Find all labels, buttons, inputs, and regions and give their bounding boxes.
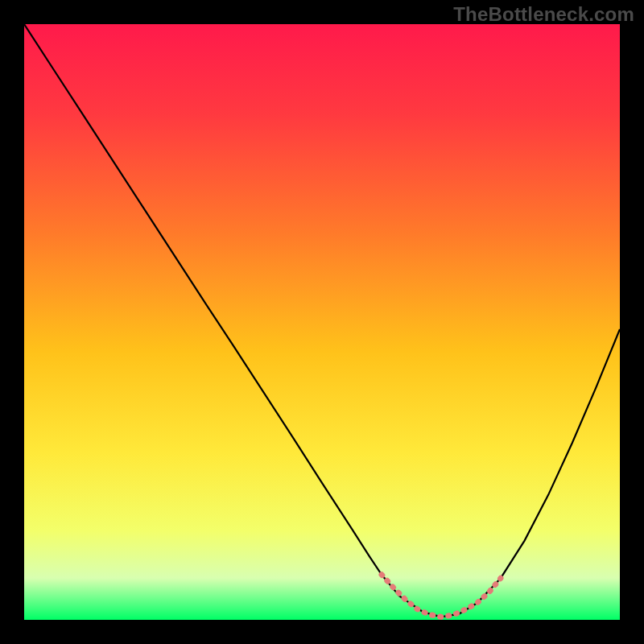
watermark-text: TheBottleneck.com (453, 3, 634, 26)
plot-svg (24, 24, 620, 620)
plot-area (24, 24, 620, 620)
chart-frame: TheBottleneck.com (0, 0, 644, 644)
